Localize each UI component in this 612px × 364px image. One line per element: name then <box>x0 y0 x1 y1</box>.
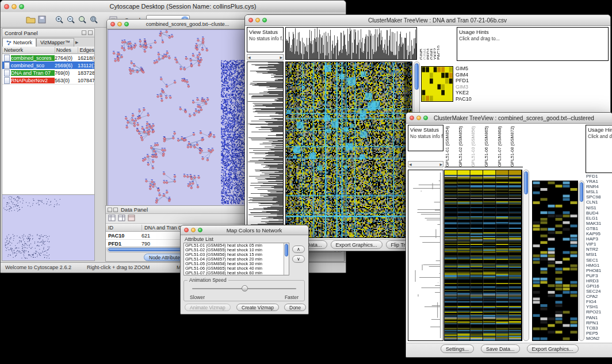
save-session-icon[interactable] <box>36 14 48 25</box>
network-view-canvas[interactable] <box>108 30 247 208</box>
attribute-item[interactable]: GPL51-01 (GSM854) heat shock 05 min <box>184 243 289 248</box>
array-column-label[interactable]: GPL51-01 (GSM854) <box>445 125 458 167</box>
close-panel-icon[interactable] <box>88 30 93 35</box>
minimize-button[interactable] <box>12 4 17 9</box>
close-button[interactable] <box>184 228 189 232</box>
gene-label[interactable]: PAN1 <box>586 315 611 320</box>
dendro-hscrollbar[interactable]: ◀ ▶ <box>408 161 443 167</box>
gene-label[interactable]: TCB3 <box>586 325 611 331</box>
network-table-row[interactable]: DNA and Tran 07 769(0) 183728(0) <box>2 69 94 76</box>
treeview-action-button[interactable]: Export Graphics... <box>527 344 579 353</box>
heatmap-vscrollbar[interactable] <box>523 170 529 341</box>
gene-label[interactable]: RNR4 <box>586 184 611 189</box>
array-column-label[interactable]: GPL51-06 (GSM865) <box>484 125 497 167</box>
treeview-action-button[interactable]: Export Graphics... <box>331 240 382 249</box>
network-table-row[interactable]: RNAPuberNov2 563(0) 107847(0) <box>2 76 94 84</box>
gene-label[interactable]: PAC10 <box>436 27 439 60</box>
treeview-action-button[interactable]: Save Data... <box>481 344 520 353</box>
close-panel-icon[interactable] <box>113 208 118 212</box>
attribute-select-icon[interactable] <box>108 213 116 224</box>
attribute-new-icon[interactable] <box>118 213 125 224</box>
gene-label[interactable]: SEC1 <box>586 258 611 263</box>
scroll-left-icon[interactable]: ◀ <box>248 55 251 59</box>
dialog-titlebar[interactable]: Map Colors to Network <box>181 225 308 235</box>
zoom-button[interactable] <box>19 4 24 9</box>
scroll-right-icon[interactable]: ▶ <box>280 55 282 59</box>
gene-label[interactable]: GIM3 <box>456 84 479 90</box>
array-column-label[interactable]: GPL51-03 (GSM856) <box>471 125 484 167</box>
attribute-item[interactable]: GPL51-06 (GSM865) heat shock 40 min <box>184 266 289 271</box>
zoom-in-icon[interactable] <box>53 14 65 25</box>
gene-label[interactable]: GIM5 <box>456 66 479 72</box>
gene-label[interactable]: PEP5 <box>586 331 611 336</box>
float-panel-icon[interactable] <box>108 208 112 212</box>
row-dendrogram[interactable] <box>408 170 443 341</box>
gene-label[interactable]: SEC24 <box>586 289 611 294</box>
column-dendrogram[interactable] <box>285 27 417 60</box>
heatmap-zoom-canvas[interactable] <box>422 67 453 101</box>
array-column-label[interactable]: GPL51-08 (GSM872) <box>510 125 523 167</box>
heatmap-zoom[interactable] <box>421 66 453 102</box>
row-dendrogram-canvas[interactable] <box>408 170 443 340</box>
scroll-thumb[interactable] <box>415 63 419 90</box>
minimize-button[interactable] <box>416 116 421 120</box>
scroll-thumb[interactable] <box>285 244 288 256</box>
gene-label[interactable]: PUF3 <box>586 273 611 278</box>
speed-slider-thumb[interactable] <box>242 285 248 292</box>
zoom-selected-icon[interactable] <box>76 14 88 25</box>
attribute-item[interactable]: GPL51-05 (GSM858) heat shock 30 min <box>184 262 289 266</box>
tab-network[interactable]: Network <box>2 38 36 47</box>
animate-vizmap-button[interactable]: Animate Vizmap <box>185 304 231 311</box>
column-dendrogram-canvas[interactable] <box>286 28 416 59</box>
attribute-item[interactable]: GPL51-02 (GSM855) heat shock 10 min <box>184 248 289 252</box>
scroll-thumb[interactable] <box>580 182 583 202</box>
gene-label[interactable]: HAP3 <box>586 236 611 242</box>
gene-label[interactable]: PFD1 <box>586 174 611 179</box>
create-vizmap-button[interactable]: Create Vizmap <box>236 304 279 311</box>
heatmap-zoom[interactable] <box>532 181 578 341</box>
network-overview-canvas[interactable] <box>2 195 94 260</box>
zoom-button[interactable] <box>124 22 129 26</box>
heatmap-global-canvas[interactable] <box>286 62 412 237</box>
gene-label[interactable]: CLN1 <box>586 200 611 205</box>
gene-label[interactable]: CPA2 <box>586 294 611 299</box>
done-button[interactable]: Done <box>284 304 306 311</box>
zoom-button[interactable] <box>198 228 202 232</box>
float-panel-icon[interactable] <box>82 30 86 35</box>
tab-more-icon[interactable]: ▶ <box>75 40 78 47</box>
main-titlebar[interactable]: Cytoscape Desktop (Session Name: collins… <box>1 1 346 13</box>
network-overview-panel[interactable] <box>2 194 94 260</box>
move-up-button[interactable]: ∧ <box>292 246 305 253</box>
attribute-item[interactable]: GPL51-07 (GSM868) heat shock 60 min <box>184 271 289 275</box>
gene-label[interactable]: GIM4 <box>456 72 479 78</box>
gene-label[interactable]: GPI16 <box>586 283 611 289</box>
minimize-button[interactable] <box>191 228 196 232</box>
gene-label[interactable]: SPC98 <box>586 194 611 200</box>
gene-label[interactable]: VIP1 <box>586 242 611 247</box>
move-down-button[interactable]: ∨ <box>292 255 305 263</box>
gene-label[interactable]: MSI1 <box>586 252 611 257</box>
row-dendrogram-canvas[interactable] <box>247 62 283 237</box>
attribute-delete-icon[interactable] <box>128 213 135 224</box>
gene-label[interactable]: HRD3 <box>586 278 611 283</box>
gene-label[interactable]: MSL1 <box>586 189 611 194</box>
zoom-button[interactable] <box>262 18 267 22</box>
gene-label[interactable]: YSH1 <box>586 304 611 309</box>
dendro-hscrollbar[interactable]: ◀ ▶ <box>247 54 284 60</box>
array-column-label[interactable]: GPL51-07 (GSM868) <box>497 125 510 167</box>
close-button[interactable] <box>110 22 115 26</box>
scroll-thumb[interactable] <box>524 171 528 194</box>
gene-label[interactable]: YKE2 <box>456 90 479 96</box>
zoom-vscrollbar[interactable] <box>579 181 584 341</box>
attribute-list-scrollbar[interactable] <box>284 243 289 275</box>
gene-label[interactable]: RPN1 <box>586 320 611 325</box>
zoom-button[interactable] <box>423 116 428 120</box>
gene-label[interactable]: FIG4 <box>586 299 611 304</box>
gene-label[interactable]: PAC10 <box>456 96 479 102</box>
network-table-row[interactable]: combined_sco 2569(6) 13112(15) <box>2 62 94 69</box>
gene-label[interactable]: PFD1 <box>456 78 479 84</box>
gene-label[interactable]: GTB1 <box>586 226 611 231</box>
gene-label[interactable]: PHO81 <box>586 268 611 273</box>
tab-vizmapper[interactable]: VizMapper™ <box>36 38 74 47</box>
close-button[interactable] <box>248 18 253 22</box>
